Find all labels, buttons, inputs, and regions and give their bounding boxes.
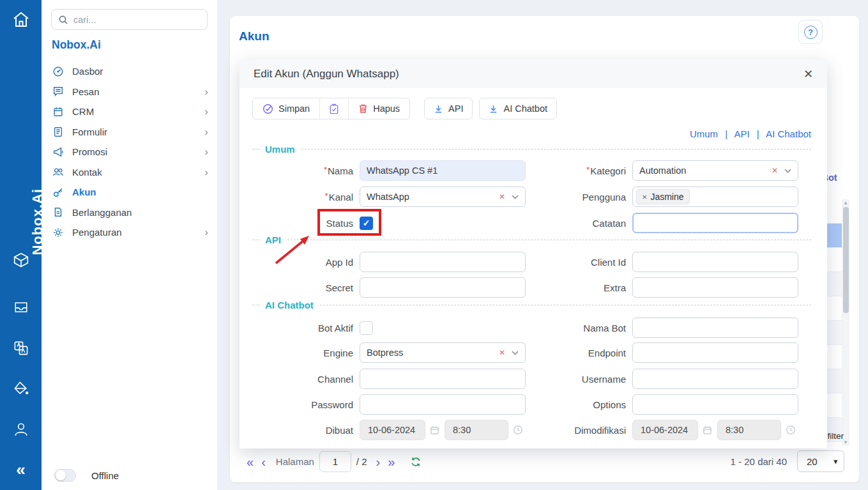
clear-icon[interactable]: ✕ <box>499 192 505 201</box>
sidebar-item-label: Kontak <box>72 167 204 178</box>
sidebar-item-promosi[interactable]: Promosi › <box>42 142 217 162</box>
offline-label: Offline <box>91 470 119 481</box>
paint-bucket-icon[interactable] <box>10 378 32 399</box>
page-total: / 2 <box>356 456 367 467</box>
kanal-select[interactable]: WhatsApp ✕ <box>360 187 526 207</box>
chevron-down-icon <box>512 351 519 355</box>
field-nama: *Nama WhatsApp CS #1 <box>252 160 526 181</box>
sidebar-item-pengaturan[interactable]: Pengaturan › <box>42 222 217 243</box>
field-secret: Secret <box>252 277 526 298</box>
scroll-up-icon[interactable]: ▲ <box>843 200 848 206</box>
status-checkbox[interactable]: ✓ <box>360 217 373 230</box>
nav-divider: | <box>757 128 759 139</box>
catatan-input[interactable] <box>632 213 798 233</box>
page-input[interactable] <box>319 451 351 472</box>
channel-input[interactable] <box>360 369 526 389</box>
field-password: Password <box>252 394 526 415</box>
clear-icon[interactable]: ✕ <box>499 348 505 357</box>
field-label: Extra <box>530 282 632 293</box>
field-label: Dibuat <box>252 425 360 436</box>
document-icon <box>52 206 64 218</box>
sidebar-item-label: Berlangganan <box>72 207 208 218</box>
field-label: Options <box>530 399 632 410</box>
offline-toggle[interactable] <box>54 469 76 482</box>
app-id-input[interactable] <box>360 252 526 272</box>
kategori-select[interactable]: Automation ✕ <box>632 160 798 181</box>
api-download-button[interactable]: API <box>424 98 473 119</box>
sidebar-item-crm[interactable]: CRM › <box>42 102 217 122</box>
last-page-button[interactable]: » <box>384 456 399 468</box>
client-id-input[interactable] <box>632 252 798 272</box>
pengguna-input[interactable]: ✕ Jasmine <box>632 187 798 207</box>
password-input[interactable] <box>360 394 526 415</box>
home-icon[interactable] <box>10 9 32 31</box>
endpoint-input[interactable] <box>632 342 798 363</box>
nav-link-umum[interactable]: Umum <box>690 128 718 139</box>
section-nav: Umum | API | AI Chatbot <box>690 128 811 139</box>
field-extra: Extra <box>530 277 798 298</box>
field-nama-bot: Nama Bot <box>530 318 798 338</box>
api-label: API <box>448 103 463 114</box>
sidebar-item-pesan[interactable]: Pesan › <box>42 82 217 102</box>
clear-icon[interactable]: ✕ <box>772 166 778 175</box>
extra-input[interactable] <box>632 277 798 298</box>
secret-input[interactable] <box>360 277 526 298</box>
collapse-sidebar-icon[interactable]: « <box>10 459 32 480</box>
package-icon[interactable] <box>10 249 32 271</box>
copy-button[interactable] <box>320 98 349 119</box>
message-icon <box>52 86 64 98</box>
remove-tag-icon[interactable]: ✕ <box>642 194 647 201</box>
user-icon[interactable] <box>10 418 32 440</box>
section-ai-chatbot: AI Chatbot <box>252 298 811 311</box>
field-bot-aktif: Bot Aktif <box>252 318 373 338</box>
inbox-icon[interactable] <box>10 296 32 318</box>
field-label: Dimodifikasi <box>530 425 632 436</box>
sidebar-item-formulir[interactable]: Formulir › <box>42 122 217 142</box>
section-api: API <box>252 233 811 246</box>
sidebar-item-label: CRM <box>72 106 204 117</box>
scroll-down-icon[interactable]: ▼ <box>843 440 848 445</box>
nama-bot-input[interactable] <box>632 318 798 338</box>
translate-icon[interactable] <box>10 337 32 359</box>
engine-select[interactable]: Botpress ✕ <box>360 342 526 363</box>
bot-aktif-checkbox[interactable] <box>360 321 373 335</box>
page-size-select[interactable]: 20 ▾ <box>797 450 844 472</box>
sidebar-item-berlangganan[interactable]: Berlangganan <box>42 203 217 223</box>
scrollbar-thumb[interactable] <box>843 207 849 313</box>
ai-chatbot-download-button[interactable]: AI Chatbot <box>479 98 557 119</box>
page-size-value: 20 <box>807 456 834 467</box>
username-input[interactable] <box>632 369 798 389</box>
field-label: Nama <box>328 165 353 176</box>
field-label: Endpoint <box>530 348 632 358</box>
search-input[interactable] <box>73 15 201 25</box>
close-icon[interactable]: ✕ <box>803 67 813 81</box>
next-page-button[interactable]: › <box>372 456 385 468</box>
clock-icon <box>513 425 523 435</box>
sidebar-item-akun[interactable]: Akun <box>42 182 217 203</box>
help-button[interactable]: ? <box>798 20 823 44</box>
prev-page-button[interactable]: ‹ <box>257 456 270 468</box>
options-input[interactable] <box>632 394 798 415</box>
search-box[interactable] <box>51 9 208 30</box>
sidebar-item-kontak[interactable]: Kontak › <box>42 162 217 183</box>
nav-link-ai-chatbot[interactable]: AI Chatbot <box>766 128 811 139</box>
save-label: Simpan <box>278 103 310 114</box>
nama-input[interactable]: WhatsApp CS #1 <box>360 160 526 181</box>
sidebar-brand: Nobox.Ai <box>52 38 101 52</box>
sidebar-item-label: Pengaturan <box>72 227 204 238</box>
field-client-id: Client Id <box>530 252 798 272</box>
delete-button[interactable]: Hapus <box>349 98 409 119</box>
field-channel: Channel <box>252 369 526 389</box>
vertical-scrollbar[interactable]: ▲ ▼ <box>842 199 849 446</box>
pagination-summary: 1 - 20 dari 40 20 ▾ <box>731 450 844 472</box>
sidebar-menu: Dasbor Pesan › CRM › Formulir › Promosi … <box>42 61 217 243</box>
edit-akun-modal: Edit Akun (Anggun Whatsapp) ✕ Simpan <box>240 59 827 448</box>
refresh-button[interactable] <box>410 456 422 468</box>
save-button[interactable]: Simpan <box>253 98 320 119</box>
check-circle-icon <box>263 103 273 114</box>
first-page-button[interactable]: « <box>243 456 257 468</box>
section-label: API <box>265 234 281 245</box>
sidebar-item-dasbor[interactable]: Dasbor <box>42 61 217 82</box>
toggle-knob <box>56 470 66 480</box>
nav-link-api[interactable]: API <box>735 128 750 139</box>
